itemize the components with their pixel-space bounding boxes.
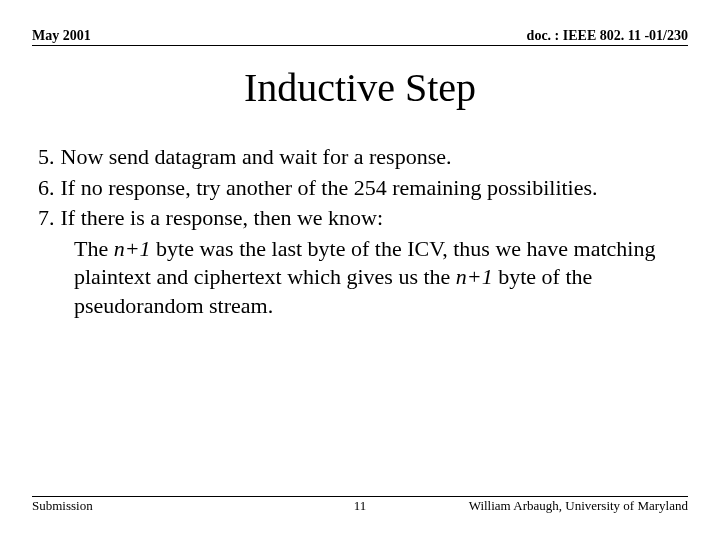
- sub-italic: n+1: [114, 236, 151, 261]
- sub-text: The n+1 byte was the last byte of the IC…: [38, 235, 682, 321]
- slide-footer: Submission 11 William Arbaugh, Universit…: [32, 496, 688, 514]
- list-item: 7. If there is a response, then we know:: [38, 204, 682, 233]
- list-item: 5. Now send datagram and wait for a resp…: [38, 143, 682, 172]
- header-doc: doc. : IEEE 802. 11 -01/230: [527, 28, 688, 44]
- item-number: 7.: [38, 204, 55, 233]
- slide-title: Inductive Step: [32, 64, 688, 111]
- footer-right: William Arbaugh, University of Maryland: [469, 498, 688, 514]
- list-item: 6. If no response, try another of the 25…: [38, 174, 682, 203]
- slide-header: May 2001 doc. : IEEE 802. 11 -01/230: [32, 28, 688, 46]
- header-date: May 2001: [32, 28, 91, 44]
- item-number: 6.: [38, 174, 55, 203]
- item-text: Now send datagram and wait for a respons…: [61, 143, 683, 172]
- sub-italic: n+1: [456, 264, 493, 289]
- item-number: 5.: [38, 143, 55, 172]
- footer-page: 11: [354, 498, 367, 514]
- sub-pre: The: [74, 236, 114, 261]
- footer-left: Submission: [32, 498, 93, 514]
- slide-body: 5. Now send datagram and wait for a resp…: [32, 143, 688, 321]
- item-text: If there is a response, then we know:: [61, 204, 683, 233]
- item-text: If no response, try another of the 254 r…: [61, 174, 683, 203]
